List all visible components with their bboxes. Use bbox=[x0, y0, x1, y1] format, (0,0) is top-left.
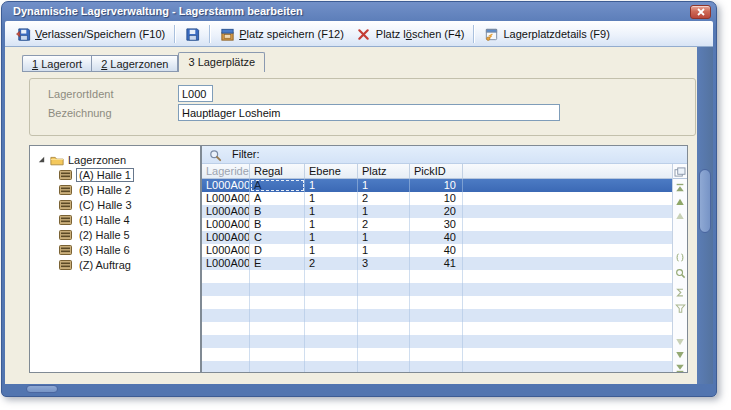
row-down-icon[interactable] bbox=[674, 349, 686, 361]
zone-icon bbox=[59, 214, 72, 225]
empty-row bbox=[202, 361, 672, 372]
save-slot-icon bbox=[219, 26, 235, 42]
cell-lagerident: L000A006 bbox=[202, 244, 250, 257]
cell-regal: D bbox=[250, 244, 305, 257]
save-exit-label: Verlassen/Speichern (F10) bbox=[35, 28, 165, 40]
column-header-platz[interactable]: Platz bbox=[358, 164, 410, 178]
cell-pickid: 30 bbox=[410, 218, 463, 231]
save-slot-button[interactable]: Platz speichern (F12) bbox=[213, 24, 350, 44]
cell-filler bbox=[463, 179, 672, 192]
empty-row bbox=[202, 270, 672, 283]
edit-brackets-icon[interactable] bbox=[674, 251, 686, 263]
save-exit-icon bbox=[15, 26, 31, 42]
empty-row bbox=[202, 348, 672, 361]
scroll-bottom-icon[interactable] bbox=[674, 362, 686, 373]
filter-funnel-icon[interactable] bbox=[674, 302, 686, 314]
tree-item-auftrag[interactable]: (Z) Auftrag bbox=[59, 257, 200, 272]
sum-icon[interactable] bbox=[674, 286, 686, 298]
table-row[interactable]: L000A005 C 1 1 40 bbox=[202, 231, 672, 244]
save-button[interactable] bbox=[178, 24, 206, 44]
row-up-icon[interactable] bbox=[674, 196, 686, 208]
column-header-ebene[interactable]: Ebene bbox=[305, 164, 358, 178]
slot-details-button[interactable]: Lagerplatzdetails (F9) bbox=[477, 24, 615, 44]
zone-icon bbox=[59, 184, 72, 195]
table-row[interactable]: L000A006 D 1 1 40 bbox=[202, 244, 672, 257]
cell-platz: 1 bbox=[358, 244, 410, 257]
zone-icon bbox=[59, 259, 72, 270]
cell-ebene: 1 bbox=[305, 244, 358, 257]
tab-lagerort[interactable]: 1 Lagerort bbox=[22, 55, 91, 72]
tree-item-halle3[interactable]: (C) Halle 3 bbox=[59, 197, 200, 212]
tree-item-halle5[interactable]: (2) Halle 5 bbox=[59, 227, 200, 242]
zone-icon bbox=[59, 244, 72, 255]
column-header-filler bbox=[463, 164, 672, 178]
cell-ebene: 1 bbox=[305, 192, 358, 205]
tree-root-lagerzonen[interactable]: Lagerzonen bbox=[37, 152, 200, 167]
tab-lagerplaetze[interactable]: 3 Lagerplätze bbox=[178, 52, 265, 72]
table-row[interactable]: L000A002 A 1 2 10 bbox=[202, 192, 672, 205]
bezeichnung-label: Bezeichnung bbox=[48, 107, 112, 119]
lagerplaetze-grid-panel: Filter: Lagerident Regal Ebene Platz Pic… bbox=[201, 145, 688, 373]
scroll-top-icon[interactable] bbox=[674, 182, 686, 194]
tree-item-label: (Z) Auftrag bbox=[76, 258, 134, 272]
cell-platz: 3 bbox=[358, 257, 410, 270]
cell-platz: 1 bbox=[358, 179, 410, 192]
vertical-scrollbar-thumb[interactable] bbox=[699, 169, 711, 233]
filter-bar[interactable]: Filter: bbox=[202, 146, 687, 164]
lagerort-ident-field[interactable] bbox=[178, 85, 213, 102]
cell-lagerident: L000A002 bbox=[202, 192, 250, 205]
column-header-pickid[interactable]: PickID bbox=[410, 164, 463, 178]
cell-lagerident: L000A004 bbox=[202, 218, 250, 231]
table-row[interactable]: L000A007 E 2 3 41 bbox=[202, 257, 672, 270]
save-exit-button[interactable]: Verlassen/Speichern (F10) bbox=[9, 24, 171, 44]
table-row[interactable]: L000A001 A 1 1 10 bbox=[202, 179, 672, 192]
cell-filler bbox=[463, 192, 672, 205]
bezeichnung-field[interactable] bbox=[178, 104, 560, 121]
table-row[interactable]: L000A003 B 1 1 20 bbox=[202, 205, 672, 218]
search-row-icon[interactable] bbox=[674, 267, 686, 279]
lagerzonen-tree-panel: Lagerzonen (A) Halle 1 (B) Halle 2 (C) H… bbox=[29, 145, 201, 373]
empty-row bbox=[202, 335, 672, 348]
lagerort-ident-label: LagerortIdent bbox=[48, 88, 113, 100]
column-header-lagerident[interactable]: Lagerident bbox=[202, 164, 250, 178]
toolbar-separator bbox=[174, 25, 175, 43]
cell-regal: C bbox=[250, 231, 305, 244]
cell-lagerident: L000A005 bbox=[202, 231, 250, 244]
tree-item-halle4[interactable]: (1) Halle 4 bbox=[59, 212, 200, 227]
tree-item-halle1[interactable]: (A) Halle 1 bbox=[59, 167, 200, 182]
tab-lagerzonen[interactable]: 2 Lagerzonen bbox=[91, 55, 178, 72]
horizontal-scrollbar-thumb[interactable] bbox=[26, 385, 58, 393]
empty-row bbox=[202, 283, 672, 296]
page-up-icon[interactable] bbox=[674, 210, 686, 222]
vertical-scrollbar[interactable] bbox=[697, 47, 713, 384]
title-bar[interactable]: Dynamische Lagerverwaltung - Lagerstamm … bbox=[2, 2, 716, 21]
cell-platz: 2 bbox=[358, 218, 410, 231]
cell-filler bbox=[463, 244, 672, 257]
folder-icon bbox=[50, 154, 64, 166]
toolbar-separator bbox=[209, 25, 210, 43]
close-button[interactable] bbox=[690, 5, 711, 19]
lagerort-groupbox: LagerortIdent Bezeichnung bbox=[29, 78, 696, 136]
cell-filler bbox=[463, 205, 672, 218]
filter-label: Filter: bbox=[232, 148, 260, 160]
column-chooser-icon[interactable] bbox=[673, 165, 687, 179]
table-row[interactable]: L000A004 B 1 2 30 bbox=[202, 218, 672, 231]
delete-slot-button[interactable]: Platz löschen (F4) bbox=[350, 24, 471, 44]
tree-item-halle6[interactable]: (3) Halle 6 bbox=[59, 242, 200, 257]
cell-ebene: 1 bbox=[305, 218, 358, 231]
toolbar-separator bbox=[473, 25, 474, 43]
tree-item-halle2[interactable]: (B) Halle 2 bbox=[59, 182, 200, 197]
tree-item-label: (A) Halle 1 bbox=[76, 168, 134, 182]
cell-filler bbox=[463, 257, 672, 270]
grid-nav-strip bbox=[672, 164, 687, 372]
cell-regal: B bbox=[250, 218, 305, 231]
tree-item-label: (3) Halle 6 bbox=[76, 243, 133, 257]
empty-row bbox=[202, 296, 672, 309]
grid: Lagerident Regal Ebene Platz PickID L000… bbox=[202, 164, 672, 372]
tree-item-label: (B) Halle 2 bbox=[76, 183, 134, 197]
cell-pickid: 41 bbox=[410, 257, 463, 270]
page-down-icon[interactable] bbox=[674, 336, 686, 348]
cell-filler bbox=[463, 218, 672, 231]
column-header-regal[interactable]: Regal bbox=[250, 164, 305, 178]
empty-row bbox=[202, 322, 672, 335]
